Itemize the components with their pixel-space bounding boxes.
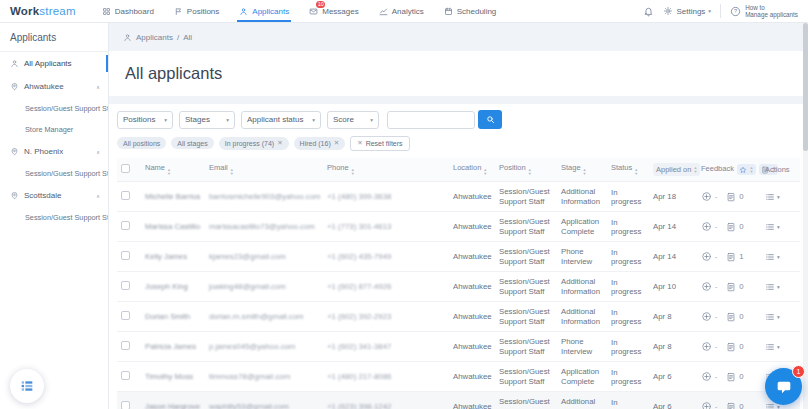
breadcrumb-root[interactable]: Applicants [136,33,173,42]
sidebar-item-all-applicants[interactable]: All Applicants [0,52,108,75]
row-actions-button[interactable]: ▾ [765,222,796,232]
feedback-score-button[interactable]: - [701,251,717,262]
applicant-row[interactable]: Michelle Barrios barriosmichelle903@yaho… [117,182,800,212]
applicant-name[interactable]: Kelly James [141,242,205,272]
sort-icon[interactable]: ▲▼ [634,168,638,175]
nav-scheduling[interactable]: Scheduling [434,0,507,22]
row-checkbox[interactable] [121,341,130,350]
chip-hired[interactable]: Hired (16) ✕ [294,137,346,150]
header-phone[interactable]: Phone▲▼ [323,158,449,182]
notifications-button[interactable] [643,6,654,17]
help-manage-applicants[interactable]: How to Manage applicants [730,4,798,19]
applicant-name[interactable]: Marissa Castillo [141,212,205,242]
row-checkbox[interactable] [121,311,130,320]
nav-positions[interactable]: Positions [164,0,229,22]
applicant-row[interactable]: Marissa Castillo marissacastillo73@yahoo… [117,212,800,242]
row-checkbox[interactable] [121,401,130,409]
close-icon[interactable]: ✕ [277,139,282,147]
sidebar-group-scottsdale[interactable]: Scottsdale ∧ [0,184,108,207]
score-filter-dropdown[interactable]: Score ▾ [327,111,379,129]
chip-in-progress[interactable]: In progress (74) ✕ [219,137,289,150]
sidebar-position-link[interactable]: Session/Guest Support Staff [0,163,108,184]
row-actions-button[interactable]: ▾ [765,192,796,202]
row-checkbox[interactable] [121,371,130,380]
applicant-row[interactable]: Patricia James p.james045@yahoo.com +1 (… [117,332,800,362]
sort-by-score-button[interactable]: ▲▼ [737,164,756,175]
close-icon[interactable]: ✕ [334,139,339,147]
nav-analytics[interactable]: Analytics [369,0,434,22]
applicant-name[interactable]: Jason Hargrove [141,392,205,409]
feedback-score-button[interactable]: - [701,281,717,292]
nav-dashboard[interactable]: Dashboard [92,0,164,22]
search-input[interactable] [387,111,475,129]
reset-filters-button[interactable]: ✕ Reset filters [350,136,409,151]
applicant-name[interactable]: Patricia James [141,332,205,362]
sort-icon[interactable]: ▲▼ [167,168,171,175]
applicant-row[interactable]: Kelly James kjames23@gmail.com +1 (602) … [117,242,800,272]
row-checkbox[interactable] [121,251,130,260]
feedback-notes-button[interactable]: 0 [726,222,743,232]
feedback-score-button[interactable]: - [701,191,717,202]
sidebar-position-link[interactable]: Session/Guest Support Staff [0,98,108,119]
select-all-checkbox[interactable] [121,164,130,173]
sort-icon[interactable]: ▲▼ [693,166,697,173]
sidebar-group-ahwatukee[interactable]: Ahwatukee ∧ [0,75,108,98]
header-name[interactable]: Name▲▼ [141,158,205,182]
row-checkbox[interactable] [121,281,130,290]
applicant-status-filter-dropdown[interactable]: Applicant status ▾ [241,111,321,129]
applicant-name[interactable]: Timothy Moss [141,362,205,392]
nav-messages[interactable]: 10 Messages [299,0,368,22]
sort-icon[interactable]: ▲▼ [583,168,587,175]
row-actions-button[interactable]: ▾ [765,252,796,262]
positions-filter-dropdown[interactable]: Positions ▾ [117,111,173,129]
row-checkbox[interactable] [121,221,130,230]
sort-icon[interactable]: ▲▼ [528,168,532,175]
nav-applicants[interactable]: Applicants [229,0,299,22]
workstream-logo[interactable]: Workstream [10,5,76,17]
feedback-notes-button[interactable]: 1 [726,252,743,262]
feedback-notes-button[interactable]: 0 [726,342,743,352]
feedback-notes-button[interactable]: 0 [726,402,743,409]
feedback-score-button[interactable]: - [701,221,717,232]
vertical-scrollbar[interactable] [803,23,808,409]
search-button[interactable] [478,110,502,129]
applicant-name[interactable]: Joseph King [141,272,205,302]
applicant-name[interactable]: Dorian Smith [141,302,205,332]
row-actions-button[interactable]: ▾ [765,282,796,292]
feedback-notes-button[interactable]: 0 [726,312,743,322]
header-position[interactable]: Position▲▼ [495,158,557,182]
feedback-score-button[interactable]: - [701,401,717,409]
feedback-notes-button[interactable]: 0 [726,372,743,382]
applicant-row[interactable]: Joseph King joaking48@gmail.com +1 (602)… [117,272,800,302]
header-email[interactable]: Email▲▼ [205,158,323,182]
applicant-row[interactable]: Timothy Moss timmoss78@gmail.com +1 (480… [117,362,800,392]
applicant-name[interactable]: Michelle Barrios [141,182,205,212]
header-location[interactable]: Location▲▼ [449,158,495,182]
chat-widget-button[interactable]: 1 [765,368,802,405]
forms-fab-button[interactable] [10,369,44,403]
header-status[interactable]: Status▲▼ [607,158,649,182]
settings-button[interactable]: Settings ▾ [663,6,711,16]
sidebar-position-link[interactable]: Session/Guest Support Staff [0,207,108,228]
feedback-score-button[interactable]: - [701,371,717,382]
header-stage[interactable]: Stage▲▼ [557,158,607,182]
applicant-row[interactable]: Dorian Smith dorian.m.smith@gmail.com +1… [117,302,800,332]
feedback-notes-button[interactable]: 0 [726,192,743,202]
feedback-notes-button[interactable]: 0 [726,282,743,292]
row-checkbox[interactable] [121,191,130,200]
sort-icon[interactable]: ▲▼ [351,168,355,175]
chip-all-stages[interactable]: All stages [171,137,213,149]
sidebar-position-link[interactable]: Store Manager [0,119,108,140]
stages-filter-dropdown[interactable]: Stages ▾ [179,111,235,129]
sort-icon[interactable]: ▲▼ [230,168,234,175]
row-actions-button[interactable]: ▾ [765,342,796,352]
feedback-score-button[interactable]: - [701,311,717,322]
chip-all-positions[interactable]: All positions [117,137,166,149]
applicant-row[interactable]: Jason Hargrove waphilly53@gmail.com +1 (… [117,392,800,409]
header-applied-on[interactable]: Applied on▲▼ [649,158,697,182]
scrollbar-thumb[interactable] [803,23,808,151]
feedback-score-button[interactable]: - [701,341,717,352]
sort-icon[interactable]: ▲▼ [483,168,487,175]
sidebar-group-n-phoenix[interactable]: N. Phoenix ∧ [0,140,108,163]
row-actions-button[interactable]: ▾ [765,312,796,322]
